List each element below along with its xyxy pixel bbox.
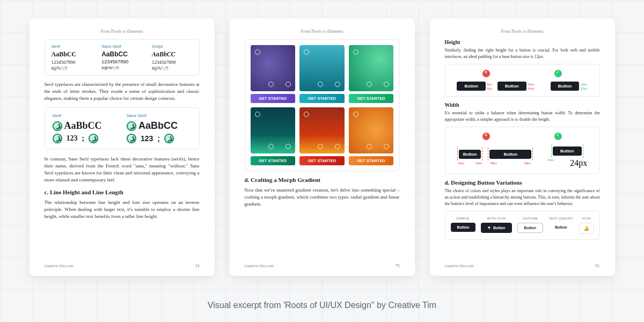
serif-sample: Serif AaBbCC 1234567890 #@%^;?! [52, 44, 92, 71]
simple-button[interactable]: Button [451, 223, 476, 232]
cta-button[interactable]: GET STARTED [299, 156, 345, 165]
page-number: 54 [195, 264, 200, 268]
sans-detail: Sans Serif AaBbCC 123; [127, 113, 192, 143]
variant-label: TEXT (GHOST) [549, 217, 574, 220]
figure-caption: Visual excerpt from 'Roots of UI/UX Desi… [0, 301, 644, 310]
icon-button[interactable]: ✦Button [481, 223, 512, 233]
cta-button[interactable]: GET STARTED [299, 94, 345, 103]
dot-icon [255, 49, 260, 55]
sans-sample: Sans Serif AaBbCC 1234567890 #@%^;?! [101, 44, 142, 71]
page-buttons: From Pixels to Elements Height Similarly… [430, 18, 615, 276]
sans-paragraph: In contrast, Sans Serif typefaces lack t… [45, 156, 200, 184]
image-cyan [299, 45, 345, 91]
page-header: From Pixels to Elements [45, 29, 200, 34]
card-green: GET STARTED [349, 45, 394, 103]
dot-icon [353, 49, 358, 55]
sans-symbols: #@%^;?! [101, 65, 142, 70]
width-button-row: Button 10px10px Button 48px48px Button 2… [457, 144, 588, 168]
variant-simple: SIMPLE Button [451, 217, 476, 232]
dim-label: 9px [487, 87, 492, 90]
icon-only-button[interactable]: 🔔 [579, 223, 594, 234]
width-heading: Width [445, 102, 600, 108]
page-gradients: From Pixels to Elements GET STARTED GET … [230, 18, 415, 276]
guide-line [488, 148, 488, 160]
dot-icon [335, 82, 340, 87]
variant-label: SIMPLE [457, 217, 470, 220]
width-spec-box: Button 10px10px Button 48px48px Button 2… [445, 127, 600, 174]
height-button-row: Button 8px9px Button 24px24px Button 12p… [457, 82, 587, 91]
page-spread: From Pixels to Elements Serif AaBbCC 123… [0, 0, 644, 276]
image-orange [349, 107, 394, 153]
magnifier-icon [164, 134, 174, 143]
dot-icon [268, 144, 274, 149]
card-teal: GET STARTED [251, 107, 296, 165]
cta-button[interactable]: GET STARTED [251, 156, 296, 165]
dot-icon [318, 82, 323, 87]
guide-line [551, 144, 552, 157]
sans-numbers: 1234567890 [101, 59, 142, 64]
spec-button: Button [553, 147, 582, 156]
guide-line [583, 144, 583, 157]
dot-icon [255, 112, 260, 117]
serif-punct: ; [82, 134, 85, 143]
dot-icon [286, 82, 291, 87]
height-paragraph: Similarly, finding the right height for … [445, 47, 600, 60]
magnifier-icon [53, 134, 62, 143]
button-variations-box: SIMPLE Button WITH ICON ✦Button OUTLINE … [445, 211, 600, 240]
sans-letters: AaBbCC [101, 50, 142, 58]
cta-button[interactable]: GET STARTED [251, 94, 296, 103]
dim-label: 24px [528, 87, 535, 90]
card-orange: GET STARTED [349, 107, 394, 165]
line-height-paragraph: The relationship between line height and… [45, 199, 200, 220]
dim-label: 12px [580, 87, 587, 90]
serif-detail-label: Serif [53, 113, 118, 118]
guide-line [457, 148, 458, 160]
bad-icon [482, 133, 490, 140]
page-footer: creative-tim.com 54 [45, 264, 200, 268]
star-icon: ✦ [487, 225, 491, 230]
guide-line [482, 148, 482, 160]
dim-label: 24px [547, 158, 554, 168]
dim-label: 48px [490, 162, 497, 165]
variant-label: OUTLINE [523, 217, 538, 220]
sans-nums: 123 [141, 134, 153, 143]
script-symbols: #@%^;?! [152, 66, 193, 71]
cta-button[interactable]: GET STARTED [349, 156, 394, 165]
typeface-detail-box: Serif AaBbCC 123; Sans Serif AaBbCC 123; [45, 107, 200, 149]
variations-heading: d. Designing Button Variations [445, 179, 600, 186]
card-cyan: GET STARTED [299, 45, 345, 103]
width-paragraph: It's essential to strike a balance when … [445, 110, 600, 122]
serif-nums: 123 [67, 134, 78, 143]
good-icon [554, 70, 562, 77]
magnifier-icon [89, 134, 98, 143]
sans-label: Sans Serif [101, 44, 142, 49]
icon-button-label: Button [493, 226, 506, 230]
variant-icon-only: ICON 🔔 [579, 217, 594, 234]
page-number: 79 [396, 264, 400, 268]
magnifier-icon [53, 121, 62, 131]
spec-button: Button [457, 82, 486, 91]
script-sample: Script AaBbCC 1234567890 #@%^;?! [152, 44, 193, 71]
dim-label: 24px [570, 158, 587, 168]
gradient-grid: GET STARTED GET STARTED GET STARTED [251, 45, 394, 165]
dim-label: 12px [580, 83, 587, 86]
dim-label: 8px [487, 83, 492, 86]
serif-paragraph: Serif typefaces are characterized by the… [45, 81, 200, 102]
serif-numbers: 1234567890 [52, 60, 92, 65]
cta-button[interactable]: GET STARTED [349, 94, 394, 103]
serif-letters: AaBbCC [52, 50, 92, 58]
variant-with-icon: WITH ICON ✦Button [481, 217, 512, 233]
serif-label: Serif [52, 44, 92, 49]
good-icon [554, 133, 562, 140]
ghost-button[interactable]: Button [548, 223, 574, 232]
dot-icon [268, 82, 274, 87]
dot-icon [367, 144, 372, 149]
page-header: From Pixels to Elements [245, 29, 400, 34]
page-header: From Pixels to Elements [445, 29, 600, 34]
sans-big-letters: AaBbCC [138, 120, 178, 131]
outline-button[interactable]: Button [517, 223, 544, 233]
image-purple [251, 45, 296, 91]
dot-icon [367, 82, 372, 87]
dim-label: 10px [475, 162, 482, 165]
variant-outline: OUTLINE Button [517, 217, 544, 233]
